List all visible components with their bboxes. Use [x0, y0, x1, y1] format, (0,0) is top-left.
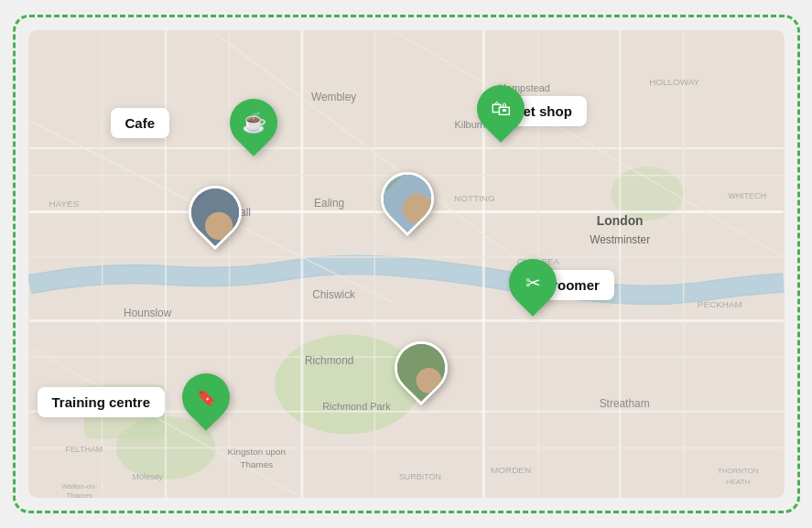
svg-text:MORDEN: MORDEN	[491, 465, 531, 475]
person3-photo	[383, 330, 458, 405]
svg-text:Molesey: Molesey	[132, 472, 163, 481]
training-icon: 🔖	[196, 389, 216, 405]
person1-photo	[177, 175, 252, 250]
pin-cafe[interactable]: ☕	[230, 99, 277, 146]
svg-text:Walton-on-: Walton-on-	[61, 482, 97, 490]
svg-text:HEATH: HEATH	[726, 478, 751, 486]
petshop-icon: 🛍	[491, 99, 511, 119]
svg-text:PECKHAM: PECKHAM	[697, 299, 742, 309]
svg-text:THORNTON: THORNTON	[717, 467, 758, 475]
svg-text:WHITECH: WHITECH	[728, 191, 766, 200]
person2-photo	[369, 161, 444, 236]
training-label: Training centre	[52, 394, 151, 410]
svg-text:Thames: Thames	[240, 459, 273, 469]
pin-training[interactable]: 🔖	[182, 373, 230, 421]
cafe-label: Cafe	[125, 115, 156, 131]
svg-text:HAYES: HAYES	[49, 199, 79, 209]
training-pin-icon: 🔖	[172, 363, 240, 431]
svg-text:Hounslow: Hounslow	[124, 307, 172, 319]
tooltip-cafe: Cafe	[111, 108, 170, 138]
svg-text:Kingston upon: Kingston upon	[227, 447, 285, 457]
svg-text:HOLLOWAY: HOLLOWAY	[649, 77, 699, 87]
svg-text:Westminster: Westminster	[590, 233, 650, 246]
svg-text:Streatham: Streatham	[599, 397, 649, 410]
pin-person2[interactable]	[381, 172, 434, 225]
map-outer-border: Wembley Hampstead HOLLOWAY Kilburn South…	[13, 15, 800, 513]
svg-text:Chiswick: Chiswick	[312, 288, 355, 301]
person3-avatar	[387, 335, 454, 402]
svg-text:SURBITON: SURBITON	[398, 472, 440, 481]
svg-text:Wembley: Wembley	[310, 91, 355, 103]
map-container: Wembley Hampstead HOLLOWAY Kilburn South…	[28, 30, 785, 498]
pin-person1[interactable]	[189, 186, 242, 239]
groomer-icon: ✂	[525, 274, 540, 292]
svg-text:Thames: Thames	[66, 491, 92, 498]
cafe-pin-icon: ☕	[220, 89, 287, 156]
svg-text:FELTHAM: FELTHAM	[65, 445, 103, 454]
pin-petshop[interactable]: 🛍	[477, 85, 525, 133]
svg-rect-65	[383, 330, 458, 405]
cafe-icon: ☕	[241, 113, 265, 133]
svg-text:NOTTING: NOTTING	[454, 193, 495, 203]
svg-text:London: London	[596, 213, 643, 228]
tooltip-training: Training centre	[38, 387, 166, 417]
petshop-pin-icon: 🛍	[467, 75, 535, 143]
svg-text:Ealing: Ealing	[314, 197, 344, 210]
svg-text:Richmond: Richmond	[304, 354, 353, 367]
svg-text:Richmond Park: Richmond Park	[322, 401, 391, 412]
pin-person3[interactable]	[395, 341, 448, 394]
groomer-pin-icon: ✂	[499, 249, 567, 317]
person2-avatar	[374, 166, 440, 232]
person1-avatar	[181, 179, 248, 246]
pin-groomer[interactable]: ✂	[509, 259, 557, 307]
